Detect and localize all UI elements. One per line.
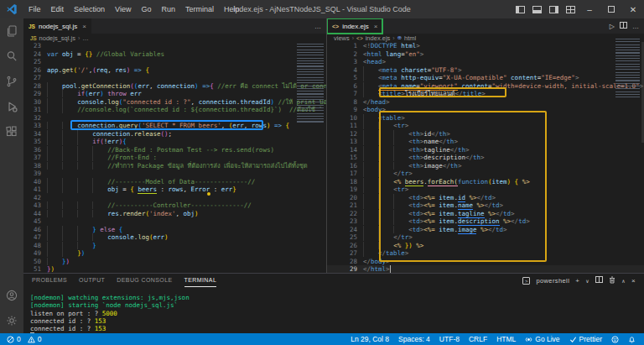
indent-guide	[363, 122, 378, 129]
account-icon[interactable]	[0, 283, 23, 308]
status-item-feedback[interactable]	[611, 336, 619, 343]
status-item-prettier[interactable]: Prettier	[569, 335, 602, 343]
indent-guide	[363, 233, 378, 241]
kill-terminal-icon[interactable]	[609, 276, 615, 285]
shell-label[interactable]: powershell	[536, 277, 569, 285]
layout-sidebar-left-icon[interactable]	[512, 0, 528, 18]
menu-run[interactable]: Run	[156, 0, 180, 18]
indent-guide	[77, 210, 92, 217]
explorer-icon[interactable]	[0, 18, 23, 44]
more-actions-icon[interactable]: …	[314, 23, 321, 30]
breadcrumb-separator: ›	[392, 35, 394, 41]
tab-label: nodejs_sql.js	[39, 23, 77, 30]
line-number: 33	[23, 122, 47, 130]
code-line: 16 <th>image</th>	[327, 162, 644, 170]
breadcrumb-item[interactable]: html	[404, 34, 416, 42]
line-number: 32	[23, 114, 47, 123]
right-breadcrumb[interactable]: views›<>index.ejs›⊕html	[327, 34, 644, 42]
search-icon[interactable]	[0, 44, 23, 69]
status-item-go-live[interactable]: Go Live	[525, 335, 559, 343]
source-control-icon[interactable]	[0, 69, 23, 94]
indent-guide	[92, 178, 107, 186]
menu-selection[interactable]: Selection	[69, 0, 110, 18]
terminal-line: connected id : ? 153	[30, 317, 641, 325]
breadcrumb-item[interactable]: nodejs_sql.js	[39, 34, 75, 42]
panel-tab-output[interactable]: OUTPUT	[79, 274, 105, 287]
run-icon[interactable]: ▷	[610, 23, 615, 30]
close-panel-icon[interactable]: ×	[631, 277, 636, 285]
right-code-editor[interactable]: 1<!DOCTYPE html>2<html lang="en">3<head>…	[327, 42, 644, 273]
indent-guide	[77, 130, 92, 138]
maximize-panel-icon[interactable]: ∧	[621, 278, 626, 284]
code-line: 32	[23, 114, 326, 123]
indent-guide	[77, 201, 92, 209]
status-item-bell[interactable]	[628, 336, 636, 343]
menu-view[interactable]: View	[110, 0, 136, 18]
indent-guide	[378, 194, 393, 201]
indent-guide	[363, 210, 378, 217]
menu-file[interactable]: File	[23, 0, 46, 18]
panel-tab-debug-console[interactable]: DEBUG CONSOLE	[117, 274, 172, 287]
panel-tab-problems[interactable]: PROBLEMS	[32, 274, 67, 287]
status-item-html[interactable]: HTML	[496, 335, 516, 343]
indent-guide	[363, 66, 378, 74]
check-icon	[569, 336, 577, 343]
menu-edit[interactable]: Edit	[46, 0, 70, 18]
code-line: 9<body>	[327, 106, 644, 114]
minimize-icon[interactable]: –	[579, 0, 600, 18]
breadcrumb-item[interactable]: views	[334, 34, 350, 42]
tab-nodejs-sql-js[interactable]: JS nodejs_sql.js ×	[23, 18, 91, 34]
layout-panel-icon[interactable]	[528, 0, 545, 18]
terminal-output[interactable]: [nodemon] watching extensions: js,mjs,js…	[30, 294, 641, 333]
status-item-ln-29-col-8[interactable]: Ln 29, Col 8	[351, 335, 389, 343]
status-item-spaces-4[interactable]: Spaces: 4	[398, 335, 430, 343]
tab-close-icon[interactable]: ×	[374, 23, 378, 30]
breadcrumb-item[interactable]: …	[82, 34, 89, 42]
title-bar: FileEditSelectionViewGoRunTerminalHelp i…	[0, 0, 644, 18]
line-number: 36	[23, 146, 47, 154]
more-actions-icon[interactable]: …	[632, 23, 639, 30]
indent-guide	[363, 114, 378, 122]
line-number: 28	[23, 82, 47, 91]
status-item-0[interactable]: 0	[7, 335, 21, 343]
extensions-icon[interactable]	[0, 119, 23, 144]
indent-guide	[47, 258, 62, 265]
status-item-utf-8[interactable]: UTF-8	[439, 335, 460, 343]
line-number: 45	[23, 217, 47, 226]
breadcrumb-item[interactable]: index.ejs	[366, 34, 391, 42]
menu-terminal[interactable]: Terminal	[180, 0, 219, 18]
settings-gear-icon[interactable]	[0, 308, 23, 333]
line-number: 8	[327, 98, 363, 107]
status-item-0[interactable]: 0	[28, 335, 42, 343]
indent-guide	[378, 226, 393, 233]
menu-help[interactable]: Help	[219, 0, 245, 18]
line-number: 43	[23, 201, 47, 210]
indent-guide	[62, 122, 77, 129]
maximize-icon[interactable]	[600, 0, 622, 18]
customize-layout-icon[interactable]	[562, 0, 579, 18]
panel-tab-terminal[interactable]: TERMINAL	[184, 274, 217, 287]
indent-guide	[62, 162, 77, 170]
split-editor-icon[interactable]	[620, 22, 627, 30]
tab-close-icon[interactable]: ×	[82, 23, 86, 30]
left-editor-group: JS nodejs_sql.js × … JSnodejs_sql.js›… 2…	[23, 18, 327, 273]
split-terminal-icon[interactable]	[595, 276, 603, 285]
status-item-crlf[interactable]: CRLF	[469, 335, 487, 343]
indent-guide	[363, 74, 378, 81]
left-breadcrumb[interactable]: JSnodejs_sql.js›…	[23, 34, 326, 42]
code-line: 12 <th>id</th>	[327, 130, 644, 139]
line-number: 6	[327, 82, 363, 91]
indent-guide	[92, 162, 107, 170]
code-line: 34 connection.release();	[23, 130, 326, 139]
run-debug-icon[interactable]	[0, 94, 23, 119]
close-icon[interactable]: ✕	[622, 0, 644, 18]
code-line: 48 }	[23, 242, 326, 250]
shell-dropdown-icon[interactable]: ∨	[585, 278, 589, 284]
code-line: 29 if(err) throw err	[23, 90, 326, 98]
left-code-editor[interactable]: 2324var obj = {} //Global Variables2526a…	[23, 42, 326, 273]
new-terminal-icon[interactable]: +	[575, 277, 579, 285]
tab-index-ejs[interactable]: <> index.ejs ×	[327, 18, 382, 34]
layout-sidebar-right-icon[interactable]	[545, 0, 562, 18]
menu-go[interactable]: Go	[136, 0, 156, 18]
indent-guide	[363, 194, 378, 201]
